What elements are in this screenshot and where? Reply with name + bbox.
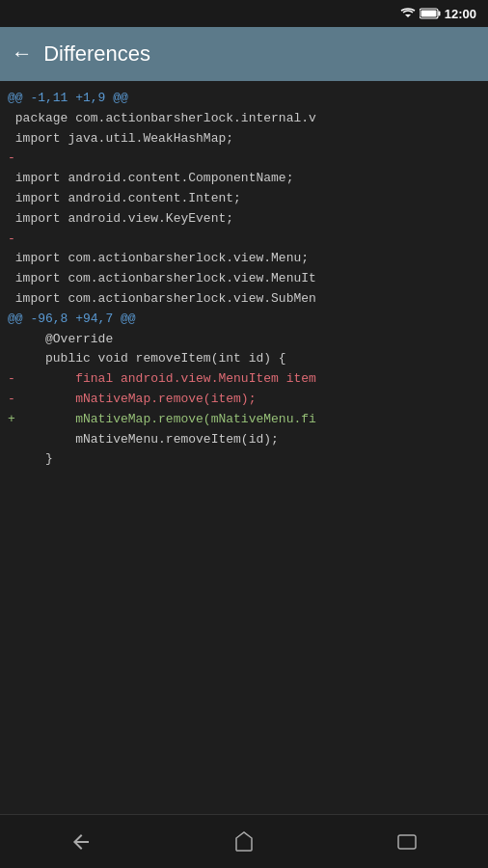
diff-line: - bbox=[0, 149, 488, 169]
diff-line: import android.view.KeyEvent; bbox=[0, 209, 488, 230]
recent-nav-button[interactable] bbox=[378, 823, 436, 861]
diff-line: import java.util.WeakHashMap; bbox=[0, 129, 488, 149]
wifi-icon bbox=[400, 8, 416, 19]
status-icons: 12:00 bbox=[400, 7, 476, 21]
diff-line: import android.content.ComponentName; bbox=[0, 169, 488, 189]
diff-content: @@ -1,11 +1,9 @@ package com.actionbarsh… bbox=[0, 81, 488, 814]
diff-line: import com.actionbarsherlock.view.SubMen bbox=[0, 289, 488, 310]
toolbar-title: Differences bbox=[43, 41, 150, 67]
home-nav-icon bbox=[232, 830, 256, 854]
back-nav-button[interactable] bbox=[52, 823, 110, 861]
svg-rect-2 bbox=[438, 12, 440, 16]
diff-line: mNativeMenu.removeItem(id); bbox=[0, 430, 488, 450]
battery-icon bbox=[420, 8, 441, 19]
diff-line: } bbox=[0, 449, 488, 470]
diff-line: @@ -1,11 +1,9 @@ bbox=[0, 89, 488, 109]
diff-line: package com.actionbarsherlock.internal.v bbox=[0, 109, 488, 129]
back-arrow-icon: ← bbox=[15, 42, 28, 67]
toolbar: ← Differences bbox=[0, 27, 488, 81]
diff-line: + mNativeMap.remove(mNativeMenu.fi bbox=[0, 410, 488, 430]
recent-nav-icon bbox=[395, 830, 419, 854]
status-time: 12:00 bbox=[445, 7, 476, 21]
home-nav-button[interactable] bbox=[215, 823, 273, 861]
diff-line: @Override bbox=[0, 330, 488, 350]
diff-line: import android.content.Intent; bbox=[0, 189, 488, 209]
svg-rect-4 bbox=[398, 835, 416, 849]
svg-rect-3 bbox=[420, 11, 436, 17]
diff-line: - bbox=[0, 230, 488, 250]
back-nav-icon bbox=[69, 830, 93, 854]
back-button[interactable]: ← bbox=[15, 42, 28, 67]
diff-line: import com.actionbarsherlock.view.Menu; bbox=[0, 249, 488, 269]
diff-line: public void removeItem(int id) { bbox=[0, 349, 488, 369]
diff-line: - final android.view.MenuItem item bbox=[0, 369, 488, 390]
status-bar: 12:00 bbox=[0, 0, 488, 27]
diff-line: @@ -96,8 +94,7 @@ bbox=[0, 310, 488, 330]
diff-line: - mNativeMap.remove(item); bbox=[0, 390, 488, 410]
nav-bar bbox=[0, 814, 488, 868]
svg-marker-0 bbox=[405, 14, 411, 17]
diff-line: import com.actionbarsherlock.view.MenuIt bbox=[0, 269, 488, 289]
